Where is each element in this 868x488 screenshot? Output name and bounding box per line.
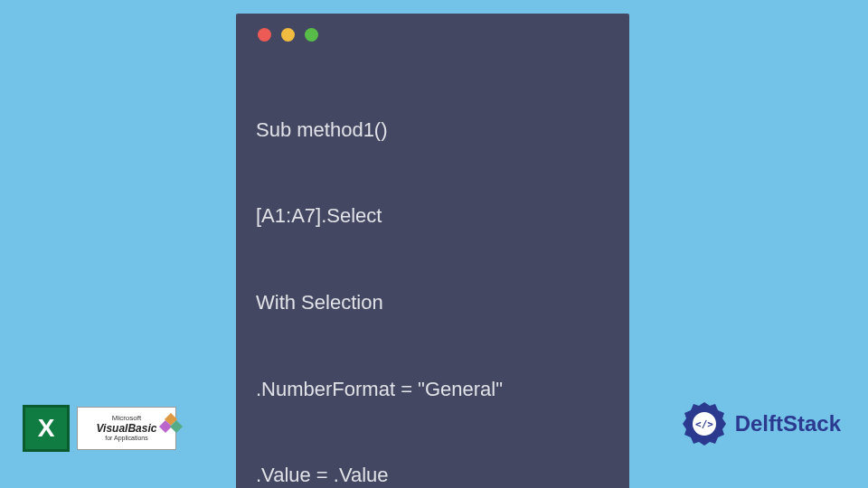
vb-cubes-icon — [159, 413, 183, 436]
gear-icon: </> — [681, 400, 728, 447]
minimize-icon — [281, 28, 295, 42]
vb-title-label: VisualBasic — [97, 423, 157, 435]
code-line: With Selection — [256, 288, 609, 317]
delftstack-logo: </> DelftStack — [681, 400, 841, 447]
code-line: .Value = .Value — [256, 461, 609, 488]
code-block: Sub method1() [A1:A7].Select With Select… — [256, 58, 609, 488]
window-traffic-lights — [256, 28, 609, 42]
excel-vba-logo-group: X Microsoft VisualBasic for Applications — [23, 405, 176, 452]
visual-basic-badge: Microsoft VisualBasic for Applications — [77, 407, 176, 450]
svg-text:</>: </> — [695, 418, 713, 430]
vb-sub-label: for Applications — [105, 435, 147, 442]
delftstack-label: DelftStack — [735, 411, 841, 436]
excel-icon: X — [23, 405, 70, 452]
close-icon — [258, 28, 271, 42]
code-line: .NumberFormat = "General" — [256, 375, 609, 404]
code-window: Sub method1() [A1:A7].Select With Select… — [236, 14, 629, 488]
maximize-icon — [305, 28, 318, 42]
excel-letter: X — [38, 414, 55, 443]
code-line: [A1:A7].Select — [256, 202, 609, 230]
code-line: Sub method1() — [256, 116, 609, 145]
